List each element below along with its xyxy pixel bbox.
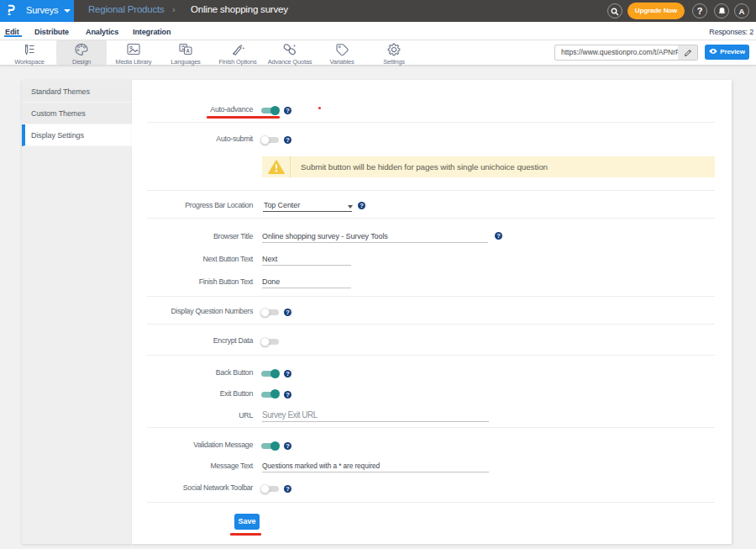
svg-text:?: ? [286,391,290,399]
svg-text:?: ? [286,136,290,144]
svg-text:?: ? [286,370,290,377]
svg-text:?: ? [286,442,290,450]
svg-text:?: ? [360,202,364,209]
svg-text:?: ? [496,232,501,240]
svg-text:?: ? [286,485,290,493]
svg-text:A: A [739,7,745,16]
svg-text:?: ? [286,309,290,316]
svg-text:?: ? [286,107,290,114]
svg-text:?: ? [697,6,703,16]
